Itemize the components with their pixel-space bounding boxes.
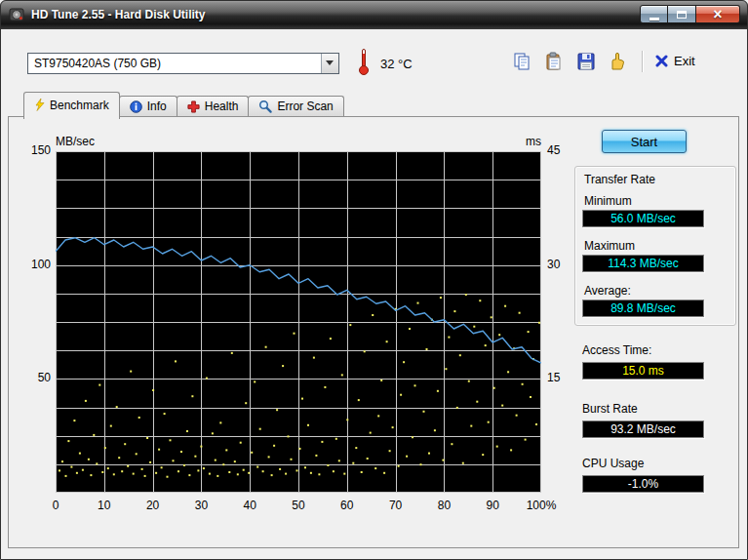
window-title: HD Tune 2.55 - Hard Disk Utility <box>31 8 205 21</box>
left-axis-title: MB/sec <box>56 135 95 148</box>
tab-health[interactable]: Health <box>177 96 250 116</box>
tab-label: Benchmark <box>50 99 109 112</box>
toolbar-separator <box>642 51 643 72</box>
access-time-label: Access Time: <box>582 343 651 357</box>
tab-bar: Benchmark Info Health Error Scan <box>23 94 344 117</box>
maximum-value: 114.3 MB/sec <box>582 255 704 272</box>
burst-rate-value: 93.2 MB/sec <box>582 420 704 438</box>
exit-button[interactable]: Exit <box>655 54 695 68</box>
grid-lines <box>56 151 541 493</box>
copy-text-icon <box>544 52 564 71</box>
close-icon: × <box>713 7 722 22</box>
temperature-value: 32 °C <box>380 57 413 71</box>
start-button[interactable]: Start <box>602 130 687 153</box>
save-button[interactable] <box>575 51 597 72</box>
minimum-label: Minimum <box>584 194 632 208</box>
copy-image-button[interactable] <box>511 51 532 72</box>
minimum-value: 56.0 MB/sec <box>582 210 704 227</box>
maximize-button[interactable] <box>668 5 696 23</box>
save-icon <box>576 52 596 71</box>
maximize-icon <box>677 11 687 19</box>
right-axis-title: ms <box>515 135 541 148</box>
copy-text-button[interactable] <box>543 51 565 72</box>
tab-label: Health <box>205 100 239 113</box>
drive-select-value: ST9750420AS (750 GB) <box>28 57 321 70</box>
chevron-down-icon[interactable] <box>321 54 338 73</box>
minimize-icon <box>650 18 659 20</box>
thermometer-icon <box>359 49 370 75</box>
exit-icon <box>655 55 668 67</box>
options-button[interactable] <box>607 51 628 72</box>
average-label: Average: <box>584 284 631 298</box>
benchmark-chart-svg <box>56 151 541 493</box>
cpu-usage-label: CPU Usage <box>582 457 644 470</box>
tab-error-scan[interactable]: Error Scan <box>248 96 343 116</box>
minimize-button[interactable] <box>640 5 668 23</box>
health-icon <box>187 100 200 113</box>
error-scan-icon <box>258 100 272 113</box>
maximum-label: Maximum <box>584 239 635 253</box>
app-icon <box>9 7 24 22</box>
tab-info[interactable]: Info <box>119 96 177 116</box>
start-button-label: Start <box>631 135 657 149</box>
cpu-usage-value: -1.0% <box>582 475 704 493</box>
window-controls: × <box>640 5 740 23</box>
transfer-rate-title: Transfer Rate <box>584 173 655 186</box>
close-button[interactable]: × <box>696 5 740 23</box>
tab-benchmark[interactable]: Benchmark <box>23 92 120 119</box>
exit-label: Exit <box>674 54 695 68</box>
benchmark-icon <box>34 99 45 111</box>
copy-image-icon <box>512 52 531 71</box>
drive-select[interactable]: ST9750420AS (750 GB) <box>27 53 339 74</box>
tab-label: Info <box>147 100 167 113</box>
access-time-value: 15.0 ms <box>582 362 704 380</box>
options-icon <box>608 52 627 71</box>
burst-rate-label: Burst Rate <box>582 402 638 416</box>
benchmark-chart <box>56 151 541 493</box>
average-value: 89.8 MB/sec <box>582 300 704 317</box>
titlebar[interactable]: HD Tune 2.55 - Hard Disk Utility <box>0 0 748 29</box>
tab-label: Error Scan <box>277 100 333 113</box>
info-icon <box>130 100 142 113</box>
